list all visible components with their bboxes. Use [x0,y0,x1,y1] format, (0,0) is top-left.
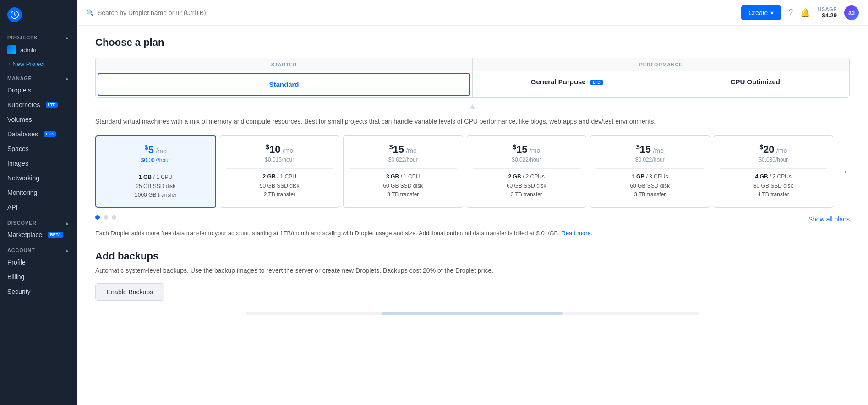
general-purpose-badge: LTD [590,80,603,85]
sidebar-item-kubernetes[interactable]: Kubernetes LTD [0,97,77,112]
transfer-note: Each Droplet adds more free data transfe… [95,229,850,238]
scroll-thumb [382,312,563,315]
plan-description: Standard virtual machines with a mix of … [95,117,850,126]
support-icon[interactable]: ? [788,8,793,17]
backups-section: Add backups Automatic system-level backu… [95,250,850,301]
sidebar-item-profile[interactable]: Profile [0,255,77,270]
sidebar-section-discover: DISCOVER ▲ [0,215,77,227]
sidebar-item-billing[interactable]: Billing [0,270,77,284]
sidebar-item-marketplace[interactable]: Marketplace BETA [0,227,77,242]
dot-1[interactable] [95,215,100,220]
performance-group-label: PERFORMANCE [473,58,849,71]
sidebar-item-admin[interactable]: admin [0,42,77,58]
search-wrapper: 🔍 [86,9,736,16]
sidebar-item-volumes[interactable]: Volumes [0,112,77,127]
choose-plan-title: Choose a plan [95,37,850,49]
manage-chevron[interactable]: ▲ [65,76,70,81]
performance-group: PERFORMANCE General Purpose LTD CPU Opti… [473,58,849,97]
user-avatar[interactable]: ad [844,5,859,20]
plan-card-15b[interactable]: $15 /mo $0.022/hour 2 GB / 2 CPUs 60 GB … [467,135,587,208]
price-cards: $5 /mo $0.007/hour 1 GB / 1 CPU 25 GB SS… [95,135,850,208]
notifications-icon[interactable]: 🔔 [800,8,810,18]
tab-general-purpose[interactable]: General Purpose LTD [473,71,661,92]
read-more-link[interactable]: Read more. [562,230,593,237]
plan-card-15c[interactable]: $15 /mo $0.022/hour 1 GB / 3 CPUs 60 GB … [590,135,710,208]
main-area: 🔍 Create ▾ ? 🔔 USAGE $4.29 ad Choose a p… [77,0,868,405]
discover-chevron[interactable]: ▲ [65,221,70,226]
sidebar: PROJECTS ▲ admin + New Project MANAGE ▲ … [0,0,77,405]
sidebar-item-monitoring[interactable]: Monitoring [0,185,77,200]
create-button[interactable]: Create ▾ [741,5,781,20]
backups-title: Add backups [95,250,850,262]
app-logo[interactable] [7,7,22,22]
plan-card-5[interactable]: $5 /mo $0.007/hour 1 GB / 1 CPU 25 GB SS… [95,135,216,208]
dot-2[interactable] [104,215,108,220]
dot-3[interactable] [112,215,116,220]
sidebar-logo [0,0,77,29]
search-input[interactable] [98,9,736,16]
tab-standard[interactable]: Standard [98,73,470,96]
sidebar-item-api[interactable]: API [0,200,77,215]
starter-options: Standard [96,71,472,97]
topbar-right: Create ▾ ? 🔔 USAGE $4.29 ad [741,5,859,20]
enable-backups-button[interactable]: Enable Backups [95,283,164,301]
tab-cpu-optimized[interactable]: CPU Optimized [661,71,850,92]
sidebar-item-databases[interactable]: Databases LTD [0,127,77,141]
project-icon [7,45,16,54]
content-area: Choose a plan STARTER Standard PERFORMAN… [77,26,868,405]
sidebar-section-manage: MANAGE ▲ [0,70,77,83]
plan-tabs: STARTER Standard PERFORMANCE General Pur… [95,58,850,98]
plan-divider: ▲ [95,102,850,111]
backups-description: Automatic system-level backups. Use the … [95,267,850,274]
kubernetes-badge: LTD [46,102,58,108]
sidebar-item-spaces[interactable]: Spaces [0,141,77,156]
create-chevron-icon: ▾ [770,9,774,16]
plan-card-20[interactable]: $20 /mo $0.030/hour 4 GB / 2 CPUs 80 GB … [714,135,834,208]
plan-card-10[interactable]: $10 /mo $0.015/hour 2 GB / 1 CPU 50 GB S… [220,135,340,208]
starter-group-label: STARTER [96,58,472,71]
performance-options: General Purpose LTD CPU Optimized [473,71,849,92]
marketplace-badge: BETA [48,232,63,238]
new-project-button[interactable]: + New Project [0,58,77,70]
topbar: 🔍 Create ▾ ? 🔔 USAGE $4.29 ad [77,0,868,26]
cards-next-arrow[interactable]: → [837,135,850,208]
plan-card-15a[interactable]: $15 /mo $0.022/hour 3 GB / 1 CPU 60 GB S… [343,135,463,208]
show-all-plans-link[interactable]: Show all plans [808,216,850,223]
search-icon: 🔍 [86,9,94,16]
sidebar-item-droplets[interactable]: Droplets [0,83,77,97]
usage-block: USAGE $4.29 [818,6,837,19]
sidebar-item-networking[interactable]: Networking [0,171,77,185]
projects-chevron[interactable]: ▲ [65,35,70,40]
databases-badge: LTD [44,131,56,137]
pagination-dots [95,215,116,220]
starter-group: STARTER Standard [96,58,473,97]
sidebar-item-images[interactable]: Images [0,156,77,171]
sidebar-item-security[interactable]: Security [0,284,77,299]
account-chevron[interactable]: ▲ [65,248,70,253]
scroll-track [246,312,699,315]
sidebar-section-account: ACCOUNT ▲ [0,242,77,255]
sidebar-section-projects: PROJECTS ▲ [0,29,77,42]
